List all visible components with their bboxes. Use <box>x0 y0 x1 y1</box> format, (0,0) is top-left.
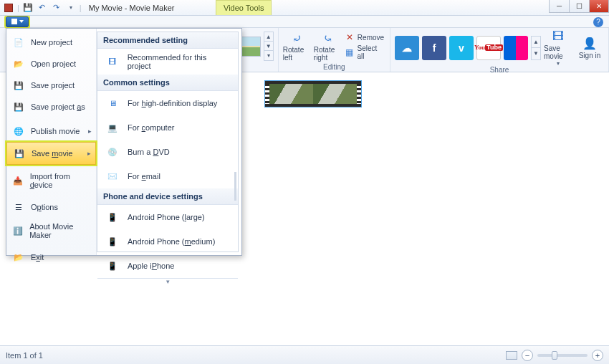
sign-in-icon: 👤 <box>582 37 597 51</box>
select-all-icon: ▦ <box>345 47 355 57</box>
chevron-right-icon: ▸ <box>88 128 92 135</box>
exit-icon: 📂 <box>12 251 25 264</box>
separator: | <box>80 4 82 12</box>
redo-icon[interactable]: ↷ <box>51 2 62 14</box>
window-controls: ─ ☐ ✕ <box>549 0 609 13</box>
chevron-right-icon: ▸ <box>87 150 91 157</box>
vimeo-icon[interactable]: v <box>449 36 474 60</box>
menu-exit[interactable]: 📂 Exit <box>6 246 96 268</box>
file-menu-primary: 📄 New project 📂 Open project 💾 Save proj… <box>6 29 97 255</box>
submenu-android-large[interactable]: 📱 Android Phone (large) <box>97 205 238 229</box>
status-bar: Item 1 of 1 − + <box>0 345 609 364</box>
skydrive-icon[interactable]: ☁ <box>395 36 419 60</box>
save-movie-icon: 💾 <box>13 147 26 160</box>
rotate-left-button[interactable]: ⤾ Rotate left <box>283 31 311 62</box>
video-tools-tab[interactable]: Video Tools <box>216 0 272 15</box>
zoom-slider-thumb[interactable] <box>552 351 557 360</box>
hd-icon: 🖥 <box>105 95 120 111</box>
menu-publish-movie[interactable]: 🌐 Publish movie ▸ <box>6 120 96 142</box>
ribbon-tab-row <box>0 16 609 28</box>
new-project-icon: 📄 <box>12 36 25 49</box>
menu-open-project[interactable]: 📂 Open project <box>6 53 96 75</box>
separator: | <box>17 4 19 12</box>
menu-save-movie[interactable]: 💾 Save movie ▸ <box>6 142 96 165</box>
computer-icon: 💻 <box>105 120 120 135</box>
phone-icon: 📱 <box>105 234 120 249</box>
phone-icon: 📱 <box>105 258 120 274</box>
maximize-button[interactable]: ☐ <box>569 0 589 13</box>
help-button[interactable]: ? <box>593 17 603 27</box>
group-label: Editing <box>323 63 345 72</box>
submenu-recommended[interactable]: 🎞 Recommended for this project <box>97 49 238 75</box>
file-menu-button[interactable] <box>6 16 29 27</box>
menu-import-device[interactable]: 📥 Import from device <box>6 168 96 193</box>
submenu-header: Phone and device settings <box>97 188 238 205</box>
submenu-android-medium[interactable]: 📱 Android Phone (medium) <box>97 229 238 254</box>
submenu-expand[interactable]: ▾ <box>97 278 238 284</box>
submenu-computer[interactable]: 💻 For computer <box>97 115 238 140</box>
open-project-icon: 📂 <box>12 57 25 70</box>
email-icon: ✉️ <box>105 168 120 184</box>
remove-icon: ✕ <box>345 32 355 42</box>
qat-dropdown-icon[interactable]: ▾ <box>65 2 77 14</box>
menu-new-project[interactable]: 📄 New project <box>6 32 96 53</box>
save-movie-button[interactable]: 🎞 Save movie ▼ <box>544 29 572 66</box>
save-movie-icon: 🎞 <box>551 29 565 44</box>
title-bar: | 💾 ↶ ↷ ▾ | My Movie - Movie Maker Video… <box>0 0 609 16</box>
phone-icon: 📱 <box>105 209 120 225</box>
share-group: ☁ f v YouTube ▲▼ 🎞 Save movie ▼ 👤 Sign i… <box>390 28 609 72</box>
submenu-dvd[interactable]: 💿 Burn a DVD <box>97 140 238 164</box>
save-project-icon: 💾 <box>12 79 25 92</box>
dvd-icon: 💿 <box>105 144 120 160</box>
rotate-left-icon: ⤾ <box>289 31 304 45</box>
save-movie-submenu: Recommended setting 🎞 Recommended for th… <box>97 32 239 252</box>
dropdown-icon <box>19 20 24 23</box>
file-icon <box>11 19 17 24</box>
flickr-icon[interactable] <box>504 36 528 60</box>
file-menu: 📄 New project 📂 Open project 💾 Save proj… <box>6 28 242 256</box>
publish-icon: 🌐 <box>12 125 25 138</box>
sign-in-button[interactable]: 👤 Sign in <box>575 37 604 59</box>
quick-access-toolbar: | 💾 ↶ ↷ ▾ | <box>0 2 85 14</box>
minimize-button[interactable]: ─ <box>549 0 569 13</box>
view-mode-icon[interactable] <box>506 351 517 360</box>
editing-group: ⤾ Rotate left ⤿ Rotate right ✕ Remove ▦ … <box>279 28 390 72</box>
save-as-icon: 💾 <box>12 100 25 113</box>
submenu-header: Recommended setting <box>97 32 238 49</box>
share-gallery-scroll[interactable]: ▲▼ <box>531 36 541 60</box>
item-count: Item 1 of 1 <box>6 351 43 360</box>
zoom-slider[interactable] <box>537 354 588 357</box>
menu-about[interactable]: ℹ️ About Movie Maker <box>6 218 96 244</box>
facebook-icon[interactable]: f <box>422 36 446 60</box>
scrollbar[interactable] <box>234 172 236 201</box>
rotate-right-button[interactable]: ⤿ Rotate right <box>314 31 342 62</box>
video-clip[interactable] <box>265 81 361 107</box>
youtube-icon[interactable]: YouTube <box>476 36 501 60</box>
zoom-in-button[interactable]: + <box>592 350 603 361</box>
window-title: My Movie - Movie Maker <box>89 4 175 12</box>
menu-options[interactable]: ☰ Options <box>6 196 96 218</box>
remove-button[interactable]: ✕ Remove <box>345 32 385 42</box>
submenu-email[interactable]: ✉️ For email <box>97 164 238 188</box>
film-icon: 🎞 <box>105 54 120 70</box>
gallery-scroll[interactable]: ▲▼▾ <box>264 32 274 61</box>
save-icon[interactable]: 💾 <box>22 2 34 14</box>
menu-save-project[interactable]: 💾 Save project <box>6 75 96 96</box>
zoom-controls: − + <box>506 350 603 361</box>
import-icon: 📥 <box>12 174 24 187</box>
app-icon <box>3 2 14 14</box>
submenu-hd[interactable]: 🖥 For high-definition display <box>97 91 238 115</box>
menu-save-project-as[interactable]: 💾 Save project as <box>6 96 96 118</box>
submenu-iphone[interactable]: 📱 Apple iPhone <box>97 254 238 278</box>
zoom-out-button[interactable]: − <box>522 350 533 361</box>
submenu-header: Common settings <box>97 75 238 91</box>
about-icon: ℹ️ <box>12 224 24 237</box>
select-all-button[interactable]: ▦ Select all <box>345 44 385 60</box>
undo-icon[interactable]: ↶ <box>37 2 48 14</box>
close-button[interactable]: ✕ <box>589 0 609 13</box>
rotate-right-icon: ⤿ <box>320 31 335 45</box>
dropdown-icon: ▼ <box>556 61 561 66</box>
options-icon: ☰ <box>12 201 25 214</box>
